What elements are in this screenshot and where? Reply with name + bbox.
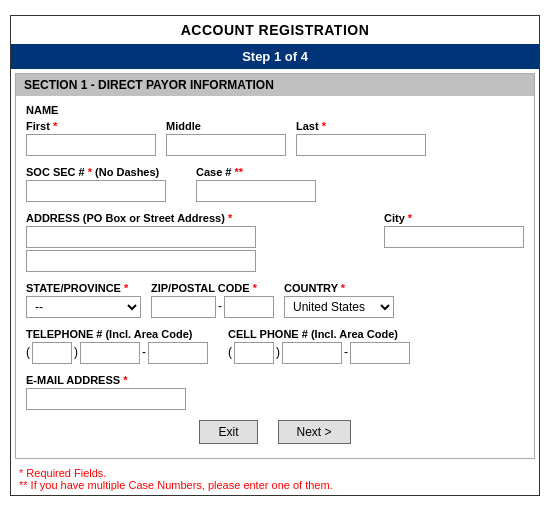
cell-label: CELL PHONE # (Incl. Area Code) xyxy=(228,328,410,340)
address-label: ADDRESS (PO Box or Street Address) * xyxy=(26,212,374,224)
state-label: STATE/PROVINCE * xyxy=(26,282,141,294)
name-label: NAME xyxy=(26,104,524,116)
address2-input[interactable] xyxy=(26,250,256,272)
soc-sec-label: SOC SEC # * (No Dashes) xyxy=(26,166,166,178)
footer-case-note: ** If you have multiple Case Numbers, pl… xyxy=(19,479,531,491)
tel-dash: - xyxy=(142,345,146,361)
cell-area-input[interactable] xyxy=(234,342,274,364)
state-select[interactable]: -- xyxy=(26,296,141,318)
step-header: Step 1 of 4 xyxy=(11,44,539,69)
country-label: COUNTRY * xyxy=(284,282,394,294)
cell-mid-input[interactable] xyxy=(282,342,342,364)
section-header: SECTION 1 - DIRECT PAYOR INFORMATION xyxy=(16,74,534,96)
tel-close-paren: ) xyxy=(74,345,78,361)
city-input[interactable] xyxy=(384,226,524,248)
next-button[interactable]: Next > xyxy=(278,420,351,444)
first-label: First * xyxy=(26,120,156,132)
case-number-input[interactable] xyxy=(196,180,316,202)
tel-open-paren: ( xyxy=(26,345,30,361)
last-label: Last * xyxy=(296,120,426,132)
page-title: ACCOUNT REGISTRATION xyxy=(11,16,539,44)
last-name-input[interactable] xyxy=(296,134,426,156)
tel-last-input[interactable] xyxy=(148,342,208,364)
zip2-input[interactable] xyxy=(224,296,274,318)
tel-mid-input[interactable] xyxy=(80,342,140,364)
exit-button[interactable]: Exit xyxy=(199,420,257,444)
first-name-input[interactable] xyxy=(26,134,156,156)
cell-open-paren: ( xyxy=(228,345,232,361)
zip-dash: - xyxy=(218,299,222,315)
city-label: City * xyxy=(384,212,524,224)
zip1-input[interactable] xyxy=(151,296,216,318)
case-label: Case # ** xyxy=(196,166,316,178)
email-input[interactable] xyxy=(26,388,186,410)
footer-required-note: * Required Fields. xyxy=(19,467,531,479)
soc-sec-input[interactable] xyxy=(26,180,166,202)
cell-last-input[interactable] xyxy=(350,342,410,364)
country-select[interactable]: United States xyxy=(284,296,394,318)
address-input[interactable] xyxy=(26,226,256,248)
middle-label: Middle xyxy=(166,120,286,132)
email-label: E-MAIL ADDRESS * xyxy=(26,374,524,386)
tel-label: TELEPHONE # (Incl. Area Code) xyxy=(26,328,208,340)
middle-name-input[interactable] xyxy=(166,134,286,156)
tel-area-input[interactable] xyxy=(32,342,72,364)
cell-dash: - xyxy=(344,345,348,361)
cell-close-paren: ) xyxy=(276,345,280,361)
zip-label: ZIP/POSTAL CODE * xyxy=(151,282,274,294)
